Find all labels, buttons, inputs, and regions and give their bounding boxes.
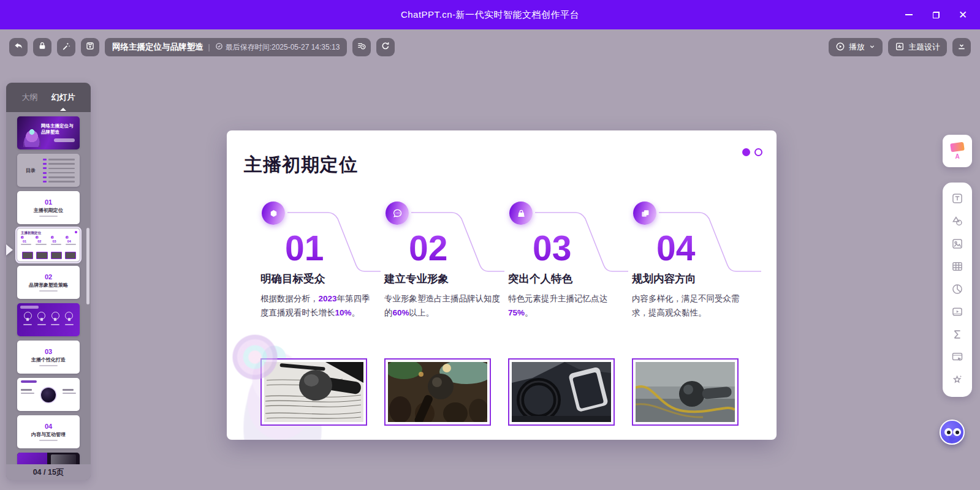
step-body[interactable]: 特色元素提升主播记忆点达75%。: [508, 292, 626, 320]
shapes-icon: [951, 215, 963, 230]
text-icon: [951, 192, 963, 207]
step-number[interactable]: 03: [533, 231, 632, 266]
step-columns: 01明确目标受众根据数据分析，2023年第四季度直播观看时长增长10%。02建立…: [260, 199, 756, 320]
microphone-sheet-music-photo[interactable]: [260, 358, 367, 426]
step-item-02[interactable]: 02建立专业形象专业形象塑造占主播品牌认知度的60%以上。: [384, 199, 508, 320]
document-title[interactable]: 网络主播定位与品牌塑造: [112, 42, 203, 53]
microphone-stage-photo[interactable]: [384, 358, 491, 426]
step-body[interactable]: 专业形象塑造占主播品牌认知度的60%以上。: [384, 292, 502, 320]
restore-icon: [933, 12, 940, 18]
shapes-tool-button[interactable]: [946, 211, 969, 233]
step-number[interactable]: 04: [656, 231, 756, 266]
formula-icon: [951, 328, 963, 343]
lock-button[interactable]: [33, 38, 51, 56]
step-body[interactable]: 根据数据分析，2023年第四季度直播观看时长增长10%。: [260, 292, 378, 320]
pagination-dot-current[interactable]: [742, 148, 750, 156]
slide-thumbnail-1[interactable]: 网络主播定位与品牌塑造: [17, 116, 80, 149]
slide-thumbnail-10[interactable]: [17, 453, 80, 464]
close-button[interactable]: ✕: [949, 4, 976, 25]
save-button[interactable]: [81, 38, 99, 56]
toolbar-right: 播放 主题设计: [829, 29, 971, 65]
document-info-pill: 网络主播定位与品牌塑造 | 最后保存时间:2025-05-27 14:35:13: [105, 38, 347, 56]
table-icon: [951, 260, 963, 275]
magic-wand-button[interactable]: [57, 38, 75, 56]
slide-image-row: [260, 358, 756, 426]
download-button[interactable]: [952, 38, 971, 56]
headphones-phone-photo[interactable]: [508, 358, 615, 426]
chart-icon: [951, 283, 963, 298]
panel-tabs: 大纲 幻灯片: [6, 83, 91, 112]
slide-canvas[interactable]: 主播初期定位 01明确目标受众根据数据分析，2023年第四季度直播观看时长增长1…: [227, 130, 777, 440]
pagination-dot[interactable]: [754, 148, 762, 156]
divider: |: [208, 43, 210, 51]
app-title: ChatPPT.cn-新一代实时智能文档创作平台: [401, 9, 579, 21]
chat-icon: [386, 202, 409, 225]
effects-tool-button[interactable]: [946, 369, 969, 392]
microphone-ground-photo[interactable]: [632, 358, 739, 426]
step-item-03[interactable]: 03突出个人特色特色元素提升主播记忆点达75%。: [508, 199, 632, 320]
toolbar: 网络主播定位与品牌塑造 | 最后保存时间:2025-05-27 14:35:13…: [0, 29, 980, 65]
slide-thumbnail-2[interactable]: 目录: [17, 154, 80, 187]
redo-icon: [381, 41, 390, 53]
theme-style-icon: [950, 141, 965, 152]
slide-thumbnail-4[interactable]: 主播初期定位01020304: [17, 228, 80, 262]
save-icon: [85, 41, 95, 53]
image-tool-button[interactable]: [946, 233, 969, 256]
theme-design-icon: [895, 42, 905, 53]
slide-thumbnail-9[interactable]: 04内容与互动管理: [17, 415, 80, 448]
video-tool-button[interactable]: [946, 301, 969, 324]
undo-button[interactable]: [9, 38, 28, 56]
toolbar-left: 网络主播定位与品牌塑造 | 最后保存时间:2025-05-27 14:35:13: [0, 38, 395, 56]
page-indicator: 04 / 15页: [6, 464, 91, 480]
assistant-mascot[interactable]: [940, 420, 965, 445]
minimize-button[interactable]: [895, 4, 922, 25]
window-controls: ✕: [895, 0, 976, 29]
chart-tool-button[interactable]: [946, 279, 969, 301]
slide-title[interactable]: 主播初期定位: [244, 153, 358, 178]
assistant-bubble-icon: [940, 420, 965, 445]
formula-tool-button[interactable]: [946, 324, 969, 347]
step-item-01[interactable]: 01明确目标受众根据数据分析，2023年第四季度直播观看时长增长10%。: [260, 199, 384, 320]
step-body[interactable]: 内容多样化，满足不同受众需求，提高观众黏性。: [632, 292, 750, 320]
step-number[interactable]: 01: [285, 231, 384, 266]
text-tool-button[interactable]: [946, 188, 969, 211]
thumbnail-scrollbar[interactable]: [86, 228, 89, 304]
table-tool-button[interactable]: [946, 256, 969, 279]
slide-thumbnail-7[interactable]: 03主播个性化打造: [17, 341, 80, 374]
panel-expand-arrow[interactable]: [6, 244, 13, 255]
web-card-tool-button[interactable]: [946, 347, 969, 369]
web-card-icon: [951, 351, 963, 366]
video-icon: [951, 306, 963, 320]
step-heading[interactable]: 规划内容方向: [632, 271, 756, 286]
undo-icon: [13, 41, 23, 53]
slide-thumbnail-6[interactable]: [17, 303, 80, 336]
magic-wand-icon: [61, 41, 71, 53]
theme-style-button[interactable]: A: [943, 135, 972, 167]
slide-thumbnail-5[interactable]: 02品牌形象塑造策略: [17, 266, 80, 299]
slide-pagination: [742, 148, 762, 156]
save-status: 最后保存时间:2025-05-27 14:35:13: [215, 42, 340, 53]
slide-thumbnail-3[interactable]: 01主播初期定位: [17, 191, 80, 224]
step-heading[interactable]: 建立专业形象: [384, 271, 508, 286]
tab-outline[interactable]: 大纲: [22, 89, 38, 105]
play-circle-icon: [835, 42, 845, 53]
titlebar: ChatPPT.cn-新一代实时智能文档创作平台 ✕: [0, 0, 980, 29]
gem-icon: [262, 202, 285, 225]
step-number[interactable]: 02: [409, 231, 508, 266]
lock-icon: [37, 41, 47, 53]
download-icon: [957, 41, 967, 53]
redo-button[interactable]: [376, 38, 395, 56]
image-icon: [951, 238, 963, 252]
theme-design-button[interactable]: 主题设计: [888, 38, 947, 56]
tab-slides[interactable]: 幻灯片: [51, 89, 75, 105]
chevron-down-icon[interactable]: [868, 43, 876, 52]
close-icon: ✕: [959, 10, 967, 20]
slide-thumbnail-8[interactable]: [17, 378, 80, 411]
history-button[interactable]: [352, 38, 371, 56]
step-heading[interactable]: 突出个人特色: [508, 271, 632, 286]
play-button[interactable]: 播放: [829, 38, 883, 56]
effects-icon: [951, 374, 963, 388]
restore-button[interactable]: [922, 4, 949, 25]
step-item-04[interactable]: 04规划内容方向内容多样化，满足不同受众需求，提高观众黏性。: [632, 199, 756, 320]
step-heading[interactable]: 明确目标受众: [260, 271, 384, 286]
